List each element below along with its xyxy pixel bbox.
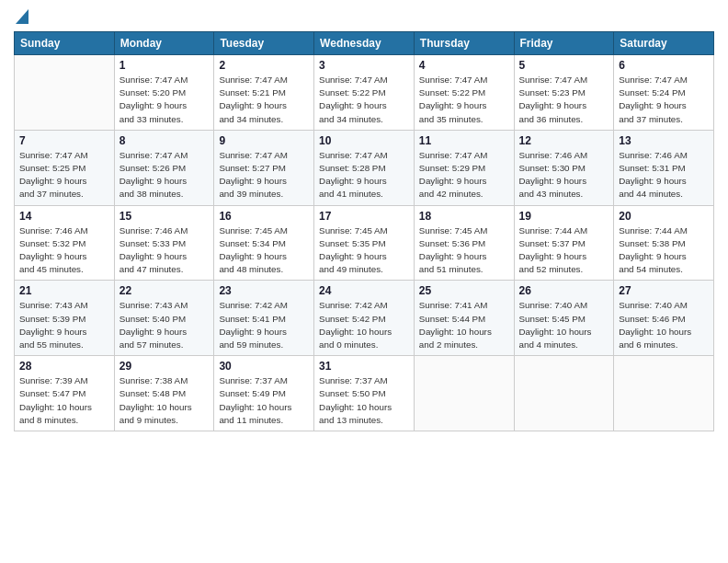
day-info: Sunrise: 7:47 AM Sunset: 5:22 PM Dayligh… — [319, 74, 409, 126]
calendar-week-row: 28Sunrise: 7:39 AM Sunset: 5:47 PM Dayli… — [15, 356, 714, 431]
calendar-cell: 22Sunrise: 7:43 AM Sunset: 5:40 PM Dayli… — [114, 281, 214, 356]
day-info: Sunrise: 7:46 AM Sunset: 5:30 PM Dayligh… — [519, 149, 609, 201]
day-number: 31 — [319, 360, 409, 373]
calendar-cell: 15Sunrise: 7:46 AM Sunset: 5:33 PM Dayli… — [114, 205, 214, 281]
day-number: 16 — [219, 210, 309, 223]
day-info: Sunrise: 7:42 AM Sunset: 5:41 PM Dayligh… — [219, 299, 309, 351]
calendar-week-row: 7Sunrise: 7:47 AM Sunset: 5:25 PM Daylig… — [15, 130, 714, 205]
day-number: 19 — [519, 210, 609, 223]
calendar-cell: 31Sunrise: 7:37 AM Sunset: 5:50 PM Dayli… — [314, 356, 415, 431]
day-info: Sunrise: 7:47 AM Sunset: 5:28 PM Dayligh… — [319, 149, 409, 201]
day-number: 9 — [219, 134, 309, 147]
day-info: Sunrise: 7:43 AM Sunset: 5:40 PM Dayligh… — [119, 299, 210, 351]
calendar-cell: 6Sunrise: 7:47 AM Sunset: 5:24 PM Daylig… — [614, 55, 714, 131]
calendar-header-row: SundayMondayTuesdayWednesdayThursdayFrid… — [15, 32, 714, 55]
calendar-cell — [15, 55, 115, 131]
calendar-cell: 24Sunrise: 7:42 AM Sunset: 5:42 PM Dayli… — [314, 281, 415, 356]
calendar-cell: 1Sunrise: 7:47 AM Sunset: 5:20 PM Daylig… — [114, 55, 214, 131]
day-number: 8 — [119, 134, 210, 147]
day-info: Sunrise: 7:44 AM Sunset: 5:37 PM Dayligh… — [519, 224, 609, 277]
day-info: Sunrise: 7:41 AM Sunset: 5:44 PM Dayligh… — [419, 299, 509, 351]
calendar-cell — [414, 356, 514, 431]
day-number: 3 — [319, 59, 409, 72]
weekday-header: Tuesday — [214, 32, 314, 55]
day-number: 1 — [119, 59, 210, 72]
calendar-cell: 18Sunrise: 7:45 AM Sunset: 5:36 PM Dayli… — [414, 205, 514, 281]
calendar-cell: 25Sunrise: 7:41 AM Sunset: 5:44 PM Dayli… — [414, 281, 514, 356]
weekday-header: Wednesday — [314, 32, 415, 55]
day-number: 10 — [319, 134, 409, 147]
day-info: Sunrise: 7:45 AM Sunset: 5:34 PM Dayligh… — [219, 224, 309, 277]
calendar-cell: 29Sunrise: 7:38 AM Sunset: 5:48 PM Dayli… — [114, 356, 214, 431]
weekday-header: Sunday — [15, 32, 115, 55]
day-info: Sunrise: 7:45 AM Sunset: 5:35 PM Dayligh… — [319, 224, 409, 277]
day-info: Sunrise: 7:42 AM Sunset: 5:42 PM Dayligh… — [319, 299, 409, 351]
day-number: 14 — [19, 210, 109, 223]
day-number: 2 — [219, 59, 309, 72]
calendar-cell: 7Sunrise: 7:47 AM Sunset: 5:25 PM Daylig… — [15, 130, 115, 205]
day-info: Sunrise: 7:47 AM Sunset: 5:21 PM Dayligh… — [219, 74, 309, 126]
day-info: Sunrise: 7:47 AM Sunset: 5:26 PM Dayligh… — [119, 149, 210, 201]
day-number: 26 — [519, 284, 609, 297]
logo-triangle-icon — [16, 9, 28, 24]
calendar-cell: 2Sunrise: 7:47 AM Sunset: 5:21 PM Daylig… — [214, 55, 314, 131]
calendar-cell: 23Sunrise: 7:42 AM Sunset: 5:41 PM Dayli… — [214, 281, 314, 356]
day-info: Sunrise: 7:46 AM Sunset: 5:31 PM Dayligh… — [619, 149, 709, 201]
page-header — [14, 9, 714, 24]
day-number: 12 — [519, 134, 609, 147]
day-number: 23 — [219, 284, 309, 297]
day-info: Sunrise: 7:47 AM Sunset: 5:24 PM Dayligh… — [619, 74, 709, 126]
day-info: Sunrise: 7:37 AM Sunset: 5:50 PM Dayligh… — [319, 374, 409, 427]
calendar-cell — [614, 356, 714, 431]
calendar-cell: 11Sunrise: 7:47 AM Sunset: 5:29 PM Dayli… — [414, 130, 514, 205]
day-info: Sunrise: 7:40 AM Sunset: 5:46 PM Dayligh… — [619, 299, 709, 351]
weekday-header: Monday — [114, 32, 214, 55]
day-number: 18 — [419, 210, 509, 223]
day-info: Sunrise: 7:39 AM Sunset: 5:47 PM Dayligh… — [19, 374, 109, 427]
day-info: Sunrise: 7:46 AM Sunset: 5:33 PM Dayligh… — [119, 224, 210, 277]
day-number: 20 — [619, 210, 709, 223]
calendar-cell: 13Sunrise: 7:46 AM Sunset: 5:31 PM Dayli… — [614, 130, 714, 205]
logo — [14, 9, 28, 24]
calendar-table: SundayMondayTuesdayWednesdayThursdayFrid… — [14, 31, 714, 431]
calendar-week-row: 21Sunrise: 7:43 AM Sunset: 5:39 PM Dayli… — [15, 281, 714, 356]
day-number: 24 — [319, 284, 409, 297]
day-info: Sunrise: 7:40 AM Sunset: 5:45 PM Dayligh… — [519, 299, 609, 351]
calendar-cell: 19Sunrise: 7:44 AM Sunset: 5:37 PM Dayli… — [514, 205, 614, 281]
day-number: 15 — [119, 210, 210, 223]
calendar-cell: 4Sunrise: 7:47 AM Sunset: 5:22 PM Daylig… — [414, 55, 514, 131]
calendar-cell: 20Sunrise: 7:44 AM Sunset: 5:38 PM Dayli… — [614, 205, 714, 281]
day-info: Sunrise: 7:46 AM Sunset: 5:32 PM Dayligh… — [19, 224, 109, 277]
calendar-cell: 16Sunrise: 7:45 AM Sunset: 5:34 PM Dayli… — [214, 205, 314, 281]
day-info: Sunrise: 7:47 AM Sunset: 5:29 PM Dayligh… — [419, 149, 509, 201]
day-info: Sunrise: 7:47 AM Sunset: 5:27 PM Dayligh… — [219, 149, 309, 201]
day-info: Sunrise: 7:47 AM Sunset: 5:22 PM Dayligh… — [419, 74, 509, 126]
day-number: 13 — [619, 134, 709, 147]
day-number: 21 — [19, 284, 109, 297]
day-number: 29 — [119, 360, 210, 373]
day-info: Sunrise: 7:44 AM Sunset: 5:38 PM Dayligh… — [619, 224, 709, 277]
calendar-cell: 21Sunrise: 7:43 AM Sunset: 5:39 PM Dayli… — [15, 281, 115, 356]
calendar-cell: 10Sunrise: 7:47 AM Sunset: 5:28 PM Dayli… — [314, 130, 415, 205]
weekday-header: Thursday — [414, 32, 514, 55]
day-number: 25 — [419, 284, 509, 297]
day-info: Sunrise: 7:43 AM Sunset: 5:39 PM Dayligh… — [19, 299, 109, 351]
calendar-cell: 28Sunrise: 7:39 AM Sunset: 5:47 PM Dayli… — [15, 356, 115, 431]
calendar-cell: 14Sunrise: 7:46 AM Sunset: 5:32 PM Dayli… — [15, 205, 115, 281]
day-number: 17 — [319, 210, 409, 223]
day-number: 4 — [419, 59, 509, 72]
calendar-cell: 27Sunrise: 7:40 AM Sunset: 5:46 PM Dayli… — [614, 281, 714, 356]
day-number: 27 — [619, 284, 709, 297]
day-number: 11 — [419, 134, 509, 147]
day-number: 30 — [219, 360, 309, 373]
calendar-cell: 5Sunrise: 7:47 AM Sunset: 5:23 PM Daylig… — [514, 55, 614, 131]
calendar-week-row: 1Sunrise: 7:47 AM Sunset: 5:20 PM Daylig… — [15, 55, 714, 131]
calendar-cell: 12Sunrise: 7:46 AM Sunset: 5:30 PM Dayli… — [514, 130, 614, 205]
calendar-cell: 9Sunrise: 7:47 AM Sunset: 5:27 PM Daylig… — [214, 130, 314, 205]
calendar-cell: 26Sunrise: 7:40 AM Sunset: 5:45 PM Dayli… — [514, 281, 614, 356]
calendar-week-row: 14Sunrise: 7:46 AM Sunset: 5:32 PM Dayli… — [15, 205, 714, 281]
calendar-cell — [514, 356, 614, 431]
day-info: Sunrise: 7:37 AM Sunset: 5:49 PM Dayligh… — [219, 374, 309, 427]
day-info: Sunrise: 7:45 AM Sunset: 5:36 PM Dayligh… — [419, 224, 509, 277]
calendar-cell: 17Sunrise: 7:45 AM Sunset: 5:35 PM Dayli… — [314, 205, 415, 281]
